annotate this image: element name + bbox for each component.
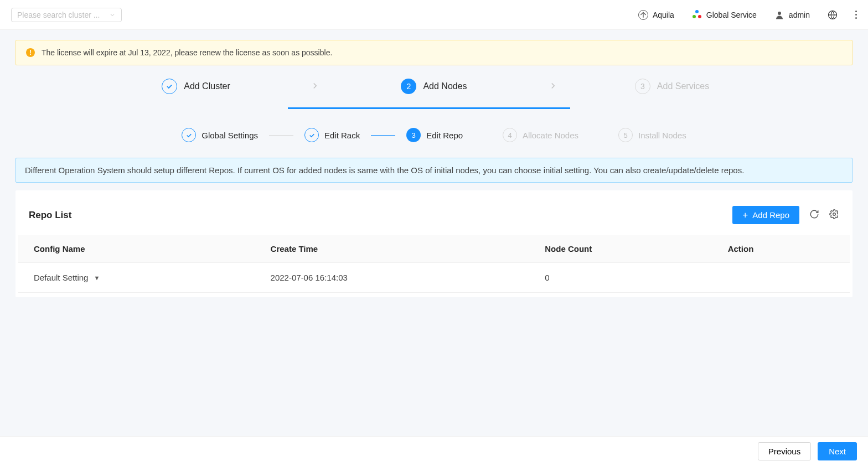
aquila-link[interactable]: Aquila [638, 10, 674, 20]
cluster-search-dropdown[interactable]: Please search cluster ... [11, 8, 122, 22]
th-node-count: Node Count [534, 235, 716, 263]
global-service-icon [692, 10, 702, 20]
cluster-search-placeholder: Please search cluster ... [17, 11, 100, 19]
sub-step-label: Edit Rack [324, 131, 360, 140]
th-config-name: Config Name [18, 235, 260, 263]
user-icon [774, 10, 784, 20]
plus-icon: + [742, 210, 748, 220]
admin-label: admin [789, 11, 810, 19]
substep-done-icon [304, 128, 319, 142]
license-alert-text: The license will expire at Jul 13, 2022,… [42, 48, 332, 57]
add-repo-button[interactable]: + Add Repo [732, 206, 799, 224]
caret-down-icon: ▼ [94, 275, 100, 281]
more-menu[interactable] [855, 11, 857, 19]
sub-wizard-steps: Global Settings Edit Rack 3 Edit Repo 4 … [16, 128, 852, 142]
svg-point-0 [778, 12, 781, 15]
more-icon [855, 11, 857, 19]
page-content: ! The license will expire at Jul 13, 202… [0, 30, 868, 341]
main-step-label: Add Services [657, 81, 709, 91]
main-step-add-cluster[interactable]: Add Cluster [82, 79, 310, 94]
cell-action [717, 263, 850, 293]
main-step-add-nodes[interactable]: 2 Add Nodes [320, 79, 548, 94]
substep-done-icon [182, 128, 196, 142]
sub-step-label: Install Nodes [638, 131, 686, 140]
repo-info-banner: Different Operation System should setup … [16, 158, 852, 183]
warning-icon: ! [26, 48, 35, 57]
card-actions: + Add Repo [732, 206, 839, 224]
table-row: Default Setting ▼ 2022-07-06 16:14:03 0 [18, 263, 850, 293]
header-right: Aquila Global Service admin [638, 10, 857, 20]
header-left: Please search cluster ... [11, 8, 122, 22]
repo-list-card: Repo List + Add Repo Config Name Create … [16, 190, 852, 297]
sub-step-label: Allocate Nodes [523, 131, 578, 140]
main-wizard-steps: Add Cluster 2 Add Nodes 3 Add Services [16, 79, 852, 94]
app-header: Please search cluster ... Aquila Global … [0, 0, 868, 30]
aquila-icon [638, 10, 648, 20]
aquila-label: Aquila [653, 11, 674, 19]
chevron-right-icon [310, 81, 320, 92]
repo-table: Config Name Create Time Node Count Actio… [18, 235, 850, 293]
cell-node-count: 0 [534, 263, 716, 293]
substep-pending-icon: 5 [618, 128, 633, 142]
cell-create-time: 2022-07-06 16:14:03 [260, 263, 534, 293]
expand-row-toggle[interactable]: Default Setting ▼ [34, 273, 249, 282]
substep-pending-icon: 4 [503, 128, 517, 142]
sub-step-global-settings[interactable]: Global Settings [182, 128, 258, 142]
card-title: Repo List [29, 210, 71, 221]
sub-step-edit-repo[interactable]: 3 Edit Repo [406, 128, 463, 142]
cell-config-name: Default Setting [34, 273, 88, 282]
th-action: Action [717, 235, 850, 263]
main-step-add-services[interactable]: 3 Add Services [558, 79, 786, 94]
active-step-underline [288, 92, 570, 109]
main-step-label: Add Cluster [184, 81, 230, 91]
add-repo-label: Add Repo [752, 210, 789, 220]
refresh-button[interactable] [809, 209, 819, 221]
substep-active-icon: 3 [406, 128, 421, 142]
admin-menu[interactable]: admin [774, 10, 810, 20]
sub-step-label: Edit Repo [426, 131, 463, 140]
globe-icon [828, 10, 838, 20]
main-step-label: Add Nodes [423, 81, 467, 91]
global-service-label: Global Service [706, 11, 757, 19]
step-line [269, 135, 293, 136]
svg-point-3 [833, 213, 836, 216]
sub-step-label: Global Settings [202, 131, 258, 140]
step-active-icon: 2 [401, 79, 416, 94]
language-switch[interactable] [828, 10, 838, 20]
step-pending-icon: 3 [635, 79, 650, 94]
step-done-icon [162, 79, 177, 94]
refresh-icon [809, 209, 819, 219]
sub-step-install-nodes[interactable]: 5 Install Nodes [618, 128, 686, 142]
sub-step-allocate-nodes[interactable]: 4 Allocate Nodes [503, 128, 578, 142]
step-line [371, 135, 395, 136]
sub-step-edit-rack[interactable]: Edit Rack [304, 128, 360, 142]
th-create-time: Create Time [260, 235, 534, 263]
license-alert: ! The license will expire at Jul 13, 202… [16, 40, 852, 65]
card-header: Repo List + Add Repo [16, 206, 852, 235]
chevron-right-icon [548, 81, 558, 92]
global-service-link[interactable]: Global Service [692, 10, 757, 20]
gear-icon [829, 209, 839, 219]
settings-button[interactable] [829, 209, 839, 221]
chevron-down-icon [109, 12, 116, 18]
